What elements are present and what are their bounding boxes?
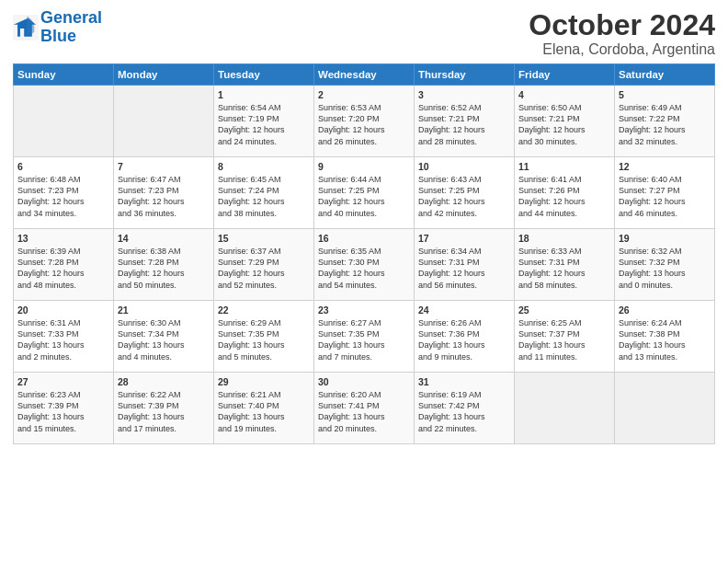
logo-icon	[13, 15, 39, 40]
logo: General Blue	[13, 9, 102, 46]
day-info: Sunrise: 6:43 AM Sunset: 7:25 PM Dayligh…	[418, 174, 510, 219]
week-row-0: 1Sunrise: 6:54 AM Sunset: 7:19 PM Daylig…	[14, 86, 715, 157]
calendar-cell: 15Sunrise: 6:37 AM Sunset: 7:29 PM Dayli…	[214, 229, 314, 301]
day-info: Sunrise: 6:20 AM Sunset: 7:41 PM Dayligh…	[318, 389, 410, 434]
calendar-cell: 1Sunrise: 6:54 AM Sunset: 7:19 PM Daylig…	[214, 86, 314, 157]
day-number: 10	[418, 161, 510, 172]
day-number: 1	[218, 89, 310, 100]
day-number: 26	[619, 304, 711, 316]
calendar-cell: 11Sunrise: 6:41 AM Sunset: 7:26 PM Dayli…	[515, 157, 615, 229]
day-number: 8	[218, 161, 310, 172]
calendar-cell: 3Sunrise: 6:52 AM Sunset: 7:21 PM Daylig…	[415, 86, 515, 157]
calendar-cell: 5Sunrise: 6:49 AM Sunset: 7:22 PM Daylig…	[615, 86, 715, 157]
day-number: 29	[218, 376, 310, 387]
calendar-cell: 8Sunrise: 6:45 AM Sunset: 7:24 PM Daylig…	[214, 157, 314, 229]
calendar-cell: 7Sunrise: 6:47 AM Sunset: 7:23 PM Daylig…	[114, 157, 214, 229]
day-info: Sunrise: 6:35 AM Sunset: 7:30 PM Dayligh…	[318, 246, 410, 291]
calendar-cell	[14, 86, 114, 157]
header-cell-friday: Friday	[515, 64, 615, 86]
calendar-cell: 18Sunrise: 6:33 AM Sunset: 7:31 PM Dayli…	[515, 229, 615, 301]
day-number: 9	[318, 161, 410, 172]
day-info: Sunrise: 6:40 AM Sunset: 7:27 PM Dayligh…	[619, 174, 711, 219]
calendar-cell: 14Sunrise: 6:38 AM Sunset: 7:28 PM Dayli…	[114, 229, 214, 301]
day-info: Sunrise: 6:52 AM Sunset: 7:21 PM Dayligh…	[418, 102, 510, 147]
page: General Blue October 2024 Elena, Cordoba…	[0, 0, 728, 452]
calendar-cell: 23Sunrise: 6:27 AM Sunset: 7:35 PM Dayli…	[314, 301, 415, 373]
day-number: 11	[518, 161, 610, 172]
calendar-cell	[515, 373, 615, 444]
header-cell-wednesday: Wednesday	[314, 64, 415, 86]
day-number: 7	[118, 161, 210, 172]
week-row-1: 6Sunrise: 6:48 AM Sunset: 7:23 PM Daylig…	[14, 157, 715, 229]
day-number: 25	[518, 304, 610, 316]
day-number: 28	[118, 376, 210, 387]
calendar-cell: 26Sunrise: 6:24 AM Sunset: 7:38 PM Dayli…	[615, 301, 715, 373]
day-number: 5	[619, 89, 711, 100]
day-info: Sunrise: 6:27 AM Sunset: 7:35 PM Dayligh…	[318, 317, 410, 362]
day-number: 18	[518, 233, 610, 244]
title-block: October 2024 Elena, Cordoba, Argentina	[529, 9, 715, 58]
calendar-cell: 30Sunrise: 6:20 AM Sunset: 7:41 PM Dayli…	[314, 373, 415, 444]
calendar-cell: 13Sunrise: 6:39 AM Sunset: 7:28 PM Dayli…	[14, 229, 114, 301]
calendar-cell: 10Sunrise: 6:43 AM Sunset: 7:25 PM Dayli…	[415, 157, 515, 229]
day-number: 19	[619, 233, 711, 244]
day-number: 30	[318, 376, 410, 387]
day-number: 12	[619, 161, 711, 172]
day-info: Sunrise: 6:23 AM Sunset: 7:39 PM Dayligh…	[17, 389, 109, 434]
calendar-cell: 27Sunrise: 6:23 AM Sunset: 7:39 PM Dayli…	[14, 373, 114, 444]
header-cell-thursday: Thursday	[415, 64, 515, 86]
calendar-cell: 24Sunrise: 6:26 AM Sunset: 7:36 PM Dayli…	[415, 301, 515, 373]
day-info: Sunrise: 6:47 AM Sunset: 7:23 PM Dayligh…	[118, 174, 210, 219]
header-cell-saturday: Saturday	[615, 64, 715, 86]
header: General Blue October 2024 Elena, Cordoba…	[13, 9, 715, 58]
day-info: Sunrise: 6:33 AM Sunset: 7:31 PM Dayligh…	[518, 246, 610, 291]
day-info: Sunrise: 6:53 AM Sunset: 7:20 PM Dayligh…	[318, 102, 410, 147]
calendar-header-row: SundayMondayTuesdayWednesdayThursdayFrid…	[14, 64, 715, 86]
calendar-cell: 28Sunrise: 6:22 AM Sunset: 7:39 PM Dayli…	[114, 373, 214, 444]
day-number: 2	[318, 89, 410, 100]
day-number: 13	[17, 233, 109, 244]
calendar-cell: 9Sunrise: 6:44 AM Sunset: 7:25 PM Daylig…	[314, 157, 415, 229]
day-number: 15	[218, 233, 310, 244]
header-cell-tuesday: Tuesday	[214, 64, 314, 86]
day-info: Sunrise: 6:29 AM Sunset: 7:35 PM Dayligh…	[218, 317, 310, 362]
day-info: Sunrise: 6:21 AM Sunset: 7:40 PM Dayligh…	[218, 389, 310, 434]
day-info: Sunrise: 6:39 AM Sunset: 7:28 PM Dayligh…	[17, 246, 109, 291]
calendar-table: SundayMondayTuesdayWednesdayThursdayFrid…	[13, 63, 715, 444]
day-info: Sunrise: 6:25 AM Sunset: 7:37 PM Dayligh…	[518, 317, 610, 362]
calendar-cell: 12Sunrise: 6:40 AM Sunset: 7:27 PM Dayli…	[615, 157, 715, 229]
day-number: 6	[17, 161, 109, 172]
calendar-cell: 21Sunrise: 6:30 AM Sunset: 7:34 PM Dayli…	[114, 301, 214, 373]
calendar-cell: 2Sunrise: 6:53 AM Sunset: 7:20 PM Daylig…	[314, 86, 415, 157]
day-info: Sunrise: 6:30 AM Sunset: 7:34 PM Dayligh…	[118, 317, 210, 362]
header-cell-monday: Monday	[114, 64, 214, 86]
day-info: Sunrise: 6:48 AM Sunset: 7:23 PM Dayligh…	[17, 174, 109, 219]
day-number: 4	[518, 89, 610, 100]
day-number: 17	[418, 233, 510, 244]
calendar-cell: 19Sunrise: 6:32 AM Sunset: 7:32 PM Dayli…	[615, 229, 715, 301]
day-info: Sunrise: 6:45 AM Sunset: 7:24 PM Dayligh…	[218, 174, 310, 219]
week-row-2: 13Sunrise: 6:39 AM Sunset: 7:28 PM Dayli…	[14, 229, 715, 301]
day-info: Sunrise: 6:31 AM Sunset: 7:33 PM Dayligh…	[17, 317, 109, 362]
calendar-cell: 20Sunrise: 6:31 AM Sunset: 7:33 PM Dayli…	[14, 301, 114, 373]
day-info: Sunrise: 6:32 AM Sunset: 7:32 PM Dayligh…	[619, 246, 711, 291]
day-number: 21	[118, 304, 210, 316]
day-info: Sunrise: 6:44 AM Sunset: 7:25 PM Dayligh…	[318, 174, 410, 219]
calendar-cell: 4Sunrise: 6:50 AM Sunset: 7:21 PM Daylig…	[515, 86, 615, 157]
day-number: 16	[318, 233, 410, 244]
calendar-cell: 25Sunrise: 6:25 AM Sunset: 7:37 PM Dayli…	[515, 301, 615, 373]
day-info: Sunrise: 6:19 AM Sunset: 7:42 PM Dayligh…	[418, 389, 510, 434]
calendar-title: October 2024	[529, 9, 715, 41]
day-number: 14	[118, 233, 210, 244]
day-number: 27	[17, 376, 109, 387]
logo-text: General Blue	[40, 9, 102, 46]
day-number: 3	[418, 89, 510, 100]
week-row-4: 27Sunrise: 6:23 AM Sunset: 7:39 PM Dayli…	[14, 373, 715, 444]
day-info: Sunrise: 6:54 AM Sunset: 7:19 PM Dayligh…	[218, 102, 310, 147]
calendar-cell: 6Sunrise: 6:48 AM Sunset: 7:23 PM Daylig…	[14, 157, 114, 229]
calendar-cell: 31Sunrise: 6:19 AM Sunset: 7:42 PM Dayli…	[415, 373, 515, 444]
day-info: Sunrise: 6:41 AM Sunset: 7:26 PM Dayligh…	[518, 174, 610, 219]
calendar-cell: 17Sunrise: 6:34 AM Sunset: 7:31 PM Dayli…	[415, 229, 515, 301]
day-info: Sunrise: 6:50 AM Sunset: 7:21 PM Dayligh…	[518, 102, 610, 147]
day-number: 31	[418, 376, 510, 387]
